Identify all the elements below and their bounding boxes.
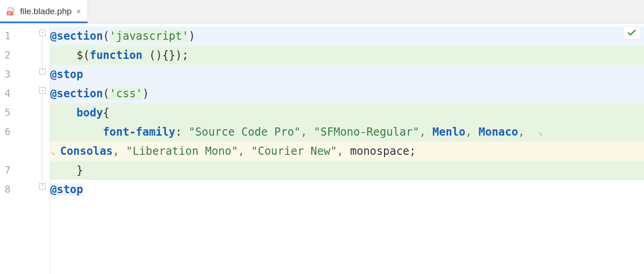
close-icon[interactable]: × (75, 7, 82, 16)
code-line: $(function (){}); (50, 46, 644, 65)
tab-label: file.blade.php (20, 6, 72, 16)
analysis-ok-check-icon[interactable] (623, 26, 640, 40)
line-number: 2 (0, 46, 38, 65)
code-area[interactable]: @section('javascript') $(function (){});… (50, 23, 644, 274)
line-number: 4 (0, 84, 38, 103)
line-number: 5 (0, 103, 38, 122)
blade-file-icon (5, 6, 16, 17)
fold-marker-collapse-icon[interactable]: − (39, 30, 46, 36)
svg-rect-2 (8, 14, 10, 15)
code-line: @section('css') (50, 84, 644, 103)
tab-file[interactable]: file.blade.php × (0, 0, 88, 23)
line-number: 8 (0, 180, 38, 199)
code-line: font-family: "Source Code Pro", "SFMono-… (50, 122, 644, 142)
code-line: @stop (50, 180, 644, 199)
code-line-wrap: ↘ Consolas, "Liberation Mono", "Courier … (50, 142, 644, 161)
editor: 1 2 3 4 5 6 7 8 − ⌃ − ⌃ @section('javasc… (0, 23, 644, 274)
fold-marker-collapse-icon[interactable]: − (39, 87, 46, 94)
svg-rect-1 (8, 12, 12, 13)
line-number: 3 (0, 65, 38, 84)
fold-guide (42, 94, 42, 183)
fold-marker-end-icon[interactable]: ⌃ (39, 68, 46, 74)
soft-wrap-continue-icon: ↘ (50, 147, 60, 157)
tab-bar: file.blade.php × (0, 0, 644, 23)
code-line: @stop (50, 65, 644, 84)
fold-guide (42, 36, 42, 68)
line-number: 7 (0, 161, 38, 180)
soft-wrap-icon: ↘ (538, 128, 543, 137)
code-line: @section('javascript') (50, 26, 644, 46)
fold-marker-end-icon[interactable]: ⌃ (39, 183, 46, 190)
fold-column: − ⌃ − ⌃ (38, 23, 50, 274)
svg-rect-0 (7, 11, 13, 15)
line-number: 1 (0, 26, 38, 46)
code-line: } (50, 161, 644, 180)
code-line: body{ (50, 103, 644, 122)
line-number-gutter: 1 2 3 4 5 6 7 8 (0, 23, 38, 274)
line-number: 6 (0, 122, 38, 142)
